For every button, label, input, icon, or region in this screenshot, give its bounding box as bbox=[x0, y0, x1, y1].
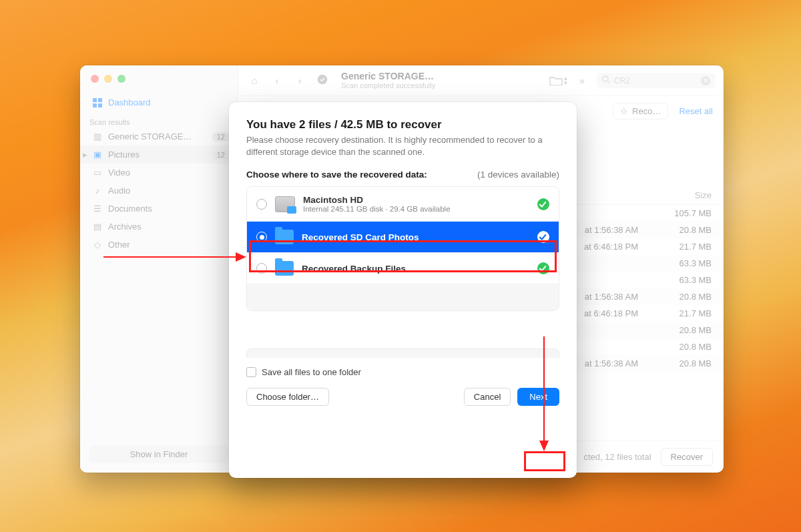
toolbar-subtitle-text: Scan completed successfully bbox=[341, 81, 435, 90]
destination-name: Recovered Backup Files bbox=[302, 264, 406, 274]
count-badge: 12 bbox=[212, 150, 230, 160]
svg-rect-3 bbox=[98, 103, 102, 107]
sidebar-item-documents[interactable]: ☰ Documents bbox=[80, 200, 238, 218]
cell-size: 63.3 MB bbox=[638, 275, 712, 285]
devices-available-label: (1 devices available) bbox=[477, 170, 559, 180]
close-window-icon[interactable] bbox=[91, 75, 99, 83]
svg-rect-1 bbox=[98, 98, 102, 102]
cell-size: 20.8 MB bbox=[638, 225, 712, 235]
status-ok-icon bbox=[537, 231, 549, 243]
destination-placeholder bbox=[247, 284, 559, 310]
svg-point-5 bbox=[603, 76, 608, 81]
status-ok-icon bbox=[537, 262, 549, 274]
sidebar-section-label: Scan results bbox=[80, 114, 238, 127]
sidebar-item-label: Pictures bbox=[108, 150, 140, 160]
search-input[interactable]: CR2 ✕ bbox=[597, 73, 716, 88]
destination-name: Recovered SD Card Photos bbox=[302, 232, 419, 242]
sidebar-dashboard-label: Dashboard bbox=[108, 97, 151, 107]
sidebar-item-label: Other bbox=[108, 240, 130, 250]
sidebar-item-video[interactable]: ▭ Video bbox=[80, 164, 238, 182]
drive-icon: ▥ bbox=[92, 132, 103, 142]
reset-all-link[interactable]: Reset all bbox=[679, 106, 713, 116]
cell-size: 21.7 MB bbox=[638, 242, 712, 252]
sidebar-item-audio[interactable]: ♪ Audio bbox=[80, 182, 238, 200]
sidebar-item-archives[interactable]: ▤ Archives bbox=[80, 218, 238, 236]
column-size[interactable]: Size bbox=[638, 190, 712, 200]
cell-size: 20.8 MB bbox=[638, 342, 712, 352]
save-one-label: Save all files to one folder bbox=[262, 367, 361, 377]
destination-list: Macintosh HD Internal 245.11 GB disk · 2… bbox=[246, 186, 559, 311]
destination-macintosh-hd[interactable]: Macintosh HD Internal 245.11 GB disk · 2… bbox=[247, 187, 559, 221]
destination-recovered-backup[interactable]: Recovered Backup Files bbox=[247, 252, 559, 284]
window-traffic-lights bbox=[80, 75, 238, 91]
home-icon[interactable]: ⌂ bbox=[246, 75, 262, 86]
radio-icon[interactable] bbox=[256, 232, 267, 242]
sidebar-item-label: Documents bbox=[108, 204, 152, 214]
radio-icon[interactable] bbox=[256, 263, 267, 274]
folder-icon bbox=[275, 230, 294, 244]
cancel-button[interactable]: Cancel bbox=[464, 388, 511, 406]
archive-icon: ▤ bbox=[92, 222, 103, 232]
dialog-title: You have 2 files / 42.5 MB to recover bbox=[246, 118, 559, 131]
cell-size: 20.8 MB bbox=[638, 292, 712, 302]
sidebar-item-storage[interactable]: ▥ Generic STORAGE… 12 bbox=[80, 127, 238, 146]
recovery-chances-chip[interactable]: ☆ Reco… bbox=[613, 103, 668, 119]
zoom-window-icon[interactable] bbox=[117, 75, 125, 83]
folder-icon bbox=[275, 261, 294, 276]
sidebar-item-label: Audio bbox=[108, 186, 130, 196]
destination-recovered-sd[interactable]: Recovered SD Card Photos bbox=[247, 221, 559, 252]
video-icon: ▭ bbox=[92, 168, 103, 178]
checkmark-circle-icon bbox=[314, 74, 330, 87]
audio-icon: ♪ bbox=[92, 186, 103, 196]
folder-picker-icon[interactable]: ▴▾ bbox=[549, 75, 567, 85]
sidebar-item-label: Generic STORAGE… bbox=[108, 131, 192, 142]
clear-search-icon[interactable]: ✕ bbox=[701, 76, 710, 85]
image-icon: ▣ bbox=[92, 150, 103, 160]
cell-size: 20.8 MB bbox=[638, 358, 712, 368]
document-icon: ☰ bbox=[92, 204, 103, 214]
next-button[interactable]: Next bbox=[517, 388, 559, 406]
cell-size: 63.3 MB bbox=[638, 258, 712, 268]
grid-icon bbox=[92, 98, 103, 107]
toolbar-title-text: Generic STORAGE… bbox=[341, 71, 435, 81]
count-badge: 12 bbox=[212, 132, 230, 142]
svg-line-6 bbox=[607, 81, 609, 83]
destination-detail: Internal 245.11 GB disk · 29.4 GB availa… bbox=[303, 205, 451, 213]
search-value: CR2 bbox=[614, 76, 630, 85]
sidebar-dashboard[interactable]: Dashboard bbox=[80, 91, 238, 114]
other-icon: ◇ bbox=[92, 240, 103, 250]
show-in-finder-button[interactable]: Show in Finder bbox=[89, 445, 228, 463]
overflow-icon[interactable]: » bbox=[574, 75, 590, 86]
choose-folder-button[interactable]: Choose folder… bbox=[246, 388, 329, 406]
star-icon: ☆ bbox=[620, 106, 628, 116]
selection-status: cted, 12 files total bbox=[583, 452, 651, 462]
sidebar-item-label: Video bbox=[108, 168, 130, 178]
toolbar: ⌂ ‹ › Generic STORAGE… Scan completed su… bbox=[238, 65, 724, 96]
svg-rect-0 bbox=[93, 98, 97, 102]
recover-button[interactable]: Recover bbox=[661, 448, 713, 466]
sidebar-item-label: Archives bbox=[108, 222, 142, 232]
cell-size: 21.7 MB bbox=[638, 308, 712, 318]
dialog-subtitle: Please choose recovery destination. It i… bbox=[246, 134, 559, 158]
radio-icon[interactable] bbox=[256, 199, 267, 210]
search-icon bbox=[602, 75, 610, 85]
save-all-one-folder[interactable]: Save all files to one folder bbox=[246, 367, 559, 377]
internal-drive-icon bbox=[275, 196, 295, 212]
choose-label: Choose where to save the recovered data: bbox=[246, 170, 427, 180]
svg-rect-2 bbox=[93, 103, 97, 107]
cell-size: 105.7 MB bbox=[638, 208, 712, 218]
minimize-window-icon[interactable] bbox=[104, 75, 112, 83]
recovery-destination-dialog: You have 2 files / 42.5 MB to recover Pl… bbox=[229, 102, 577, 478]
sidebar: Dashboard Scan results ▥ Generic STORAGE… bbox=[80, 65, 238, 473]
chevron-right-icon: ▶ bbox=[83, 152, 87, 158]
destination-placeholder bbox=[246, 348, 559, 358]
cell-size: 20.8 MB bbox=[638, 325, 712, 335]
back-icon[interactable]: ‹ bbox=[269, 75, 285, 86]
sidebar-item-other[interactable]: ◇ Other bbox=[80, 236, 238, 254]
destination-name: Macintosh HD bbox=[303, 195, 451, 205]
checkbox-icon[interactable] bbox=[246, 367, 256, 377]
status-ok-icon bbox=[537, 198, 549, 210]
sidebar-item-pictures[interactable]: ▶ ▣ Pictures 12 bbox=[80, 146, 238, 164]
toolbar-title: Generic STORAGE… Scan completed successf… bbox=[341, 71, 435, 90]
forward-icon[interactable]: › bbox=[292, 75, 308, 86]
